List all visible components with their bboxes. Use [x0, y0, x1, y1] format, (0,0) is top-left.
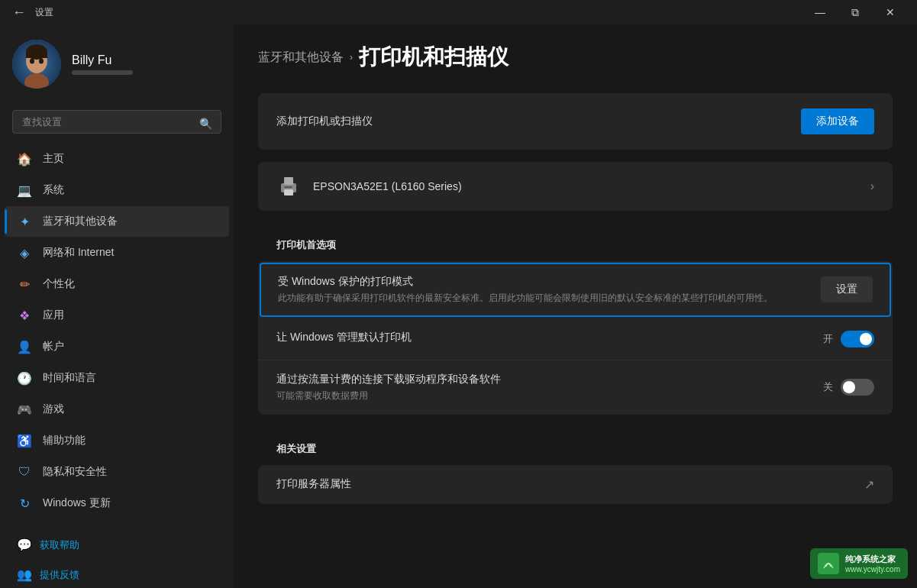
setting-text-manage-default: 让 Windows 管理默认打印机: [276, 331, 823, 347]
watermark: 纯净系统之家 www.ycwjty.com: [810, 548, 908, 579]
sidebar-item-access[interactable]: ♿ 辅助功能: [5, 425, 229, 456]
nav-icon-account: 👤: [17, 339, 32, 354]
avatar-svg: [12, 40, 61, 89]
sidebar-footer: 💬 获取帮助 👥 提供反馈: [0, 519, 234, 588]
printer-svg: [278, 176, 299, 197]
related-item-print-server[interactable]: 打印服务器属性 ↗: [258, 465, 893, 504]
svg-rect-3: [26, 52, 47, 58]
search-container: 🔍: [0, 104, 234, 143]
user-profile: Billy Fu: [0, 24, 234, 104]
sidebar-item-account[interactable]: 👤 帐户: [5, 331, 229, 362]
watermark-line1: 纯净系统之家: [845, 554, 900, 565]
watermark-icon: [819, 554, 838, 573]
footer-link-feedback[interactable]: 👥 提供反馈: [12, 561, 221, 588]
maximize-button[interactable]: ⧉: [838, 0, 873, 24]
setting-text-metered: 通过按流量计费的连接下载驱动程序和设备软件 可能需要收取数据费用: [276, 373, 823, 402]
add-device-row: 添加打印机或扫描仪 添加设备: [258, 93, 893, 150]
nav-icon-gaming: 🎮: [17, 402, 32, 417]
footer-icon-feedback: 👥: [17, 567, 32, 582]
add-device-section: 添加打印机或扫描仪 添加设备: [258, 93, 893, 150]
nav-label-network: 网络和 Internet: [43, 246, 114, 260]
chevron-right-icon: ›: [870, 179, 874, 193]
titlebar-title: 设置: [35, 6, 53, 19]
nav-label-privacy: 隐私和安全性: [43, 465, 107, 479]
nav-label-account: 帐户: [43, 340, 64, 354]
sidebar: Billy Fu 🔍 🏠 主页 💻 系统 ✦ 蓝牙和其他设备 ◈ 网络和 Int…: [0, 24, 234, 588]
toggle-label-manage-default: 开: [823, 332, 833, 346]
nav-icon-system: 💻: [17, 183, 32, 198]
toggle-knob-manage-default: [860, 333, 872, 345]
nav-label-access: 辅助功能: [43, 434, 86, 447]
back-button[interactable]: ←: [9, 2, 29, 24]
sidebar-item-gaming[interactable]: 🎮 游戏: [5, 394, 229, 425]
breadcrumb-separator: ›: [350, 52, 353, 63]
printer-list-section: EPSON3A52E1 (L6160 Series) ›: [258, 162, 893, 211]
related-section: 打印服务器属性 ↗: [258, 465, 893, 504]
nav-label-personal: 个性化: [43, 277, 75, 291]
footer-link-help[interactable]: 💬 获取帮助: [12, 531, 221, 558]
setting-desc-windows-protected: 此功能有助于确保采用打印机软件的最新安全标准。启用此功能可能会限制使用旧的默认安…: [278, 292, 809, 305]
setting-control-windows-protected: 设置: [821, 276, 873, 302]
breadcrumb: 蓝牙和其他设备 › 打印机和扫描仪: [258, 43, 893, 72]
watermark-line2: www.ycwjty.com: [845, 565, 900, 573]
setting-btn-windows-protected[interactable]: 设置: [821, 276, 873, 302]
printer-icon: [276, 174, 301, 199]
nav-icon-time: 🕐: [17, 370, 32, 386]
nav-label-update: Windows 更新: [43, 496, 111, 510]
avatar: [12, 40, 61, 89]
sidebar-item-time[interactable]: 🕐 时间和语言: [5, 363, 229, 393]
breadcrumb-parent: 蓝牙和其他设备: [258, 50, 344, 66]
setting-control-metered: 关: [823, 379, 874, 396]
sidebar-item-apps[interactable]: ❖ 应用: [5, 300, 229, 331]
nav-icon-bluetooth: ✦: [17, 214, 32, 229]
setting-title-manage-default: 让 Windows 管理默认打印机: [276, 331, 811, 344]
setting-control-manage-default: 开: [823, 331, 874, 347]
sidebar-item-network[interactable]: ◈ 网络和 Internet: [5, 237, 229, 268]
user-info: Billy Fu: [72, 53, 133, 75]
settings-section: 受 Windows 保护的打印模式 此功能有助于确保采用打印机软件的最新安全标准…: [258, 261, 893, 415]
nav-icon-privacy: 🛡: [17, 464, 32, 480]
add-device-button[interactable]: 添加设备: [801, 108, 874, 134]
printer-options-header: 打印机首选项: [258, 223, 893, 261]
setting-row-manage-default: 让 Windows 管理默认打印机 开: [258, 318, 893, 360]
nav-icon-apps: ❖: [17, 308, 32, 323]
toggle-manage-default[interactable]: [841, 331, 874, 347]
sidebar-item-update[interactable]: ↻ Windows 更新: [5, 488, 229, 519]
related-settings-header: 相关设置: [258, 427, 893, 465]
sidebar-item-personal[interactable]: ✏ 个性化: [5, 269, 229, 299]
main-content: 蓝牙和其他设备 › 打印机和扫描仪 添加打印机或扫描仪 添加设备: [234, 24, 917, 588]
sidebar-item-bluetooth[interactable]: ✦ 蓝牙和其他设备: [5, 206, 229, 237]
sidebar-item-system[interactable]: 💻 系统: [5, 175, 229, 205]
nav-icon-personal: ✏: [17, 276, 32, 292]
svg-point-5: [39, 59, 44, 64]
setting-row-windows-protected: 受 Windows 保护的打印模式 此功能有助于确保采用打印机软件的最新安全标准…: [260, 263, 891, 317]
toggle-metered[interactable]: [841, 379, 874, 396]
footer-label-feedback: 提供反馈: [40, 568, 79, 582]
svg-point-11: [292, 186, 295, 189]
watermark-logo: [818, 553, 839, 574]
svg-rect-9: [284, 189, 293, 195]
sidebar-item-home[interactable]: 🏠 主页: [5, 144, 229, 174]
sidebar-item-privacy[interactable]: 🛡 隐私和安全性: [5, 457, 229, 487]
printer-row[interactable]: EPSON3A52E1 (L6160 Series) ›: [258, 162, 893, 211]
user-bar: [72, 70, 133, 75]
nav-label-apps: 应用: [43, 309, 64, 322]
svg-rect-8: [284, 177, 293, 185]
svg-point-4: [30, 59, 34, 64]
page-title: 打印机和扫描仪: [359, 43, 509, 72]
nav-label-gaming: 游戏: [43, 402, 64, 416]
add-device-label: 添加打印机或扫描仪: [276, 115, 373, 128]
close-button[interactable]: ✕: [873, 0, 908, 24]
printer-name: EPSON3A52E1 (L6160 Series): [313, 180, 462, 192]
search-icon: 🔍: [199, 118, 212, 130]
watermark-text: 纯净系统之家 www.ycwjty.com: [845, 554, 900, 573]
minimize-button[interactable]: —: [802, 0, 838, 24]
toggle-label-metered: 关: [823, 380, 833, 394]
search-input[interactable]: [12, 110, 221, 134]
user-name: Billy Fu: [72, 53, 133, 67]
printer-left: EPSON3A52E1 (L6160 Series): [276, 174, 462, 199]
titlebar-left: ← 设置: [9, 2, 53, 24]
nav-label-bluetooth: 蓝牙和其他设备: [43, 215, 118, 228]
setting-title-windows-protected: 受 Windows 保护的打印模式: [278, 275, 809, 289]
external-link-icon: ↗: [864, 477, 874, 492]
